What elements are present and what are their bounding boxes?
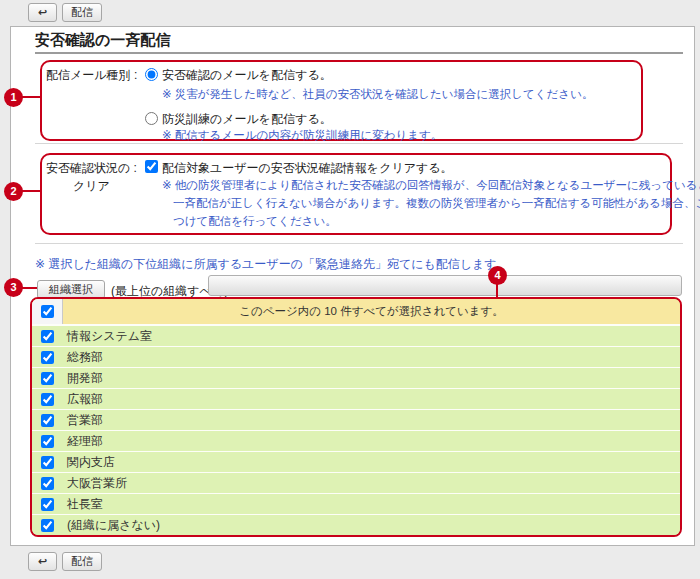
table-row: 総務部 [32,346,680,367]
clear-status-checkbox[interactable] [145,160,158,173]
callout-2-connector [20,190,40,192]
row-checkbox[interactable] [41,414,54,427]
row-checkbox[interactable] [41,456,54,469]
org-name: 大阪営業所 [67,475,127,492]
org-name: 経理部 [67,433,103,450]
callout-badge-2: 2 [4,182,23,201]
clear-status-note-line2: 一斉配信が正しく行えない場合があります。複数の防災管理者から一斉配信する可能性が… [173,196,700,211]
row-checkbox[interactable] [41,435,54,448]
callout-badge-1: 1 [4,88,23,107]
radio-safety-mail-note: ※ 災害が発生した時など、社員の安否状況を確認したい場合に選択してください。 [162,87,593,102]
org-name: 関内支店 [67,454,115,471]
section-divider-1 [35,143,683,144]
clear-status-note-line1: ※ 他の防災管理者により配信された安否確認の回答情報が、今回配信対象となるユーザ… [162,178,700,193]
org-broadcast-note: ※ 選択した組織の下位組織に所属するユーザーの「緊急連絡先」宛てにも配信します。 [35,256,509,273]
callout-badge-4: 4 [488,266,507,285]
radio-drill-mail[interactable] [145,112,158,125]
clear-status-label-line2: クリア [73,178,110,195]
row-checkbox[interactable] [41,330,54,343]
row-checkbox[interactable] [41,519,54,532]
table-row: 関内支店 [32,451,680,472]
table-row: 大阪営業所 [32,472,680,493]
back-button[interactable]: ↩ [28,3,57,22]
clear-status-note-line3: つけて配信を行ってください。 [173,214,337,229]
page-title: 安否確認の一斉配信 [35,31,170,50]
selection-status-text: このページ内の 10 件すべてが選択されています。 [63,299,680,324]
send-button-top[interactable]: 配信 [62,3,102,22]
row-checkbox[interactable] [41,393,54,406]
row-checkbox[interactable] [41,372,54,385]
select-all-checkbox[interactable] [41,305,54,318]
row-checkbox[interactable] [41,498,54,511]
callout-1-connector [20,96,40,98]
org-name: 情報システム室 [67,328,152,345]
content-panel: 安否確認の一斉配信 配信メール種別 : 安否確認のメールを配信する。 ※ 災害が… [10,26,695,546]
radio-safety-mail[interactable] [145,68,158,81]
table-row: 社長室 [32,493,680,514]
send-button-bottom[interactable]: 配信 [62,552,102,571]
org-table: このページ内の 10 件すべてが選択されています。 情報システム室 総務部 開発… [30,297,682,537]
mail-type-section: 配信メール種別 : 安否確認のメールを配信する。 ※ 災害が発生した時など、社員… [40,60,643,141]
table-row: (組織に属さない) [32,514,680,535]
table-row: 経理部 [32,430,680,451]
clear-status-checkbox-label: 配信対象ユーザーの安否状況確認情報をクリアする。 [162,160,453,177]
table-header-row: このページ内の 10 件すべてが選択されています。 [32,299,680,324]
radio-drill-mail-note: ※ 配信するメールの内容が防災訓練用に変わります。 [162,128,442,143]
org-name: 広報部 [67,391,103,408]
org-name: (組織に属さない) [67,517,160,534]
org-name: 開発部 [67,370,103,387]
safety-broadcast-page: ↩ 配信 安否確認の一斉配信 配信メール種別 : 安否確認のメールを配信する。 … [0,0,700,579]
org-name: 社長室 [67,496,103,513]
section-divider-2 [35,243,683,244]
back-icon: ↩ [38,555,47,567]
callout-badge-3: 3 [4,278,23,297]
radio-safety-mail-label: 安否確認のメールを配信する。 [162,67,332,84]
org-name: 営業部 [67,412,103,429]
table-row: 情報システム室 [32,324,680,346]
row-checkbox[interactable] [41,477,54,490]
clear-status-section: 安否確認状況の : クリア 配信対象ユーザーの安否状況確認情報をクリアする。 ※… [40,153,672,235]
clear-status-label-line1: 安否確認状況の : [46,160,137,177]
radio-drill-mail-label: 防災訓練のメールを配信する。 [162,111,332,128]
title-underline [35,52,683,54]
back-button-bottom[interactable]: ↩ [28,552,57,571]
back-icon: ↩ [38,6,47,18]
select-all-cell [32,299,63,324]
table-row: 営業部 [32,409,680,430]
org-name: 総務部 [67,349,103,366]
table-row: 広報部 [32,388,680,409]
row-checkbox[interactable] [41,351,54,364]
mail-type-label: 配信メール種別 : [46,67,137,84]
table-row: 開発部 [32,367,680,388]
org-header-bar [208,275,682,296]
